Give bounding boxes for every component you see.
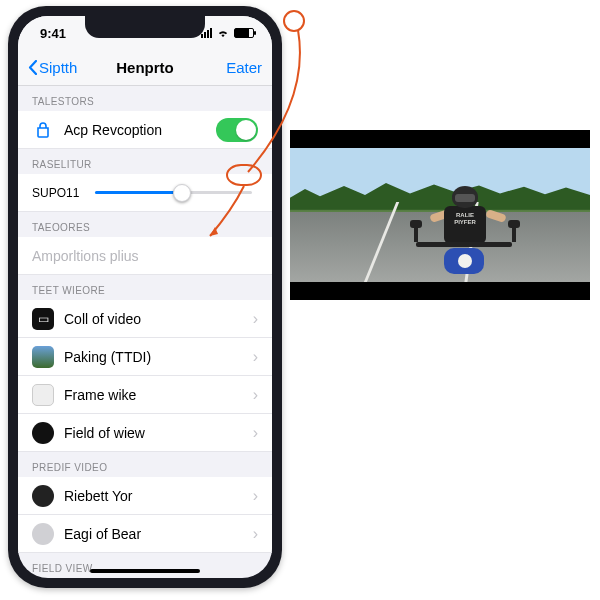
home-indicator[interactable] — [90, 569, 200, 573]
notch — [85, 16, 205, 38]
